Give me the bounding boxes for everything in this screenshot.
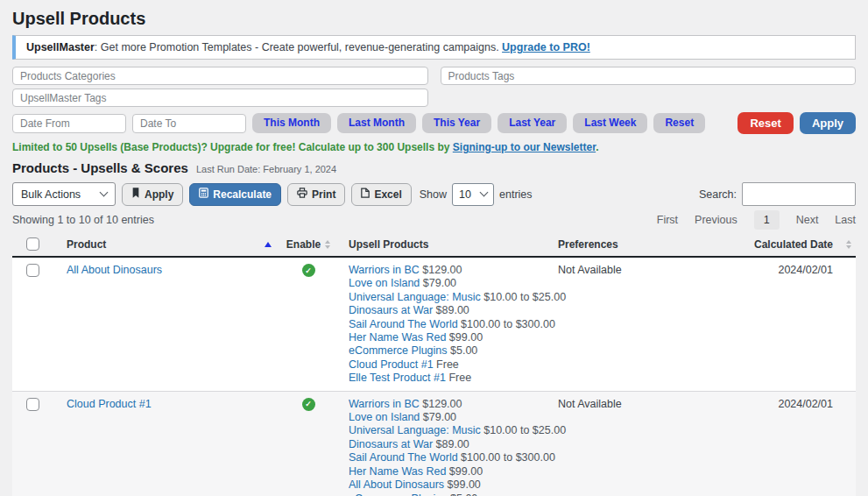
chevron-down-icon bbox=[480, 188, 489, 197]
upsell-price: $99.00 bbox=[449, 331, 483, 344]
upsell-product-link[interactable]: Universal Language: Music bbox=[349, 424, 481, 436]
upsell-product-link[interactable]: Her Name Was Red bbox=[349, 465, 446, 478]
header-enable-label: Enable bbox=[286, 238, 321, 251]
bulk-actions-value: Bulk Actions bbox=[21, 188, 81, 201]
upsell-product-link[interactable]: Sail Around The World bbox=[349, 318, 458, 330]
product-link[interactable]: Cloud Product #1 bbox=[67, 398, 152, 410]
upsell-price: $129.00 bbox=[422, 398, 462, 410]
upsell-item: Love on Island $79.00 bbox=[349, 411, 558, 424]
print-label: Print bbox=[312, 188, 335, 201]
pagination-previous[interactable]: Previous bbox=[695, 214, 737, 226]
upsell-product-link[interactable]: eCommerce Plugins bbox=[349, 344, 448, 357]
bulk-apply-button[interactable]: Apply bbox=[122, 183, 183, 206]
pagination-next[interactable]: Next bbox=[796, 214, 819, 226]
upsell-item: Sail Around The World $100.00 to $300.00 bbox=[349, 451, 558, 464]
upsell-price: $10.00 to $25.00 bbox=[483, 424, 566, 436]
upsell-price: $79.00 bbox=[423, 411, 456, 423]
products-categories-input[interactable] bbox=[12, 67, 428, 85]
printer-icon bbox=[297, 188, 307, 201]
page-size-select[interactable]: 10 bbox=[452, 183, 494, 206]
table-row: All About Dinosaurs✓Warriors in BC $129.… bbox=[12, 258, 856, 392]
search-group: Search: bbox=[699, 182, 856, 206]
bookmark-icon bbox=[131, 188, 140, 201]
upsell-product-link[interactable]: All About Dinosaurs bbox=[349, 478, 444, 491]
newsletter-signup-link[interactable]: Signing-up to our Newsletter bbox=[453, 141, 596, 153]
page-title: Upsell Products bbox=[12, 9, 856, 28]
header-calculated-date-label: Calculated Date bbox=[754, 238, 833, 251]
upsell-product-link[interactable]: Love on Island bbox=[349, 411, 420, 423]
upsell-item: All About Dinosaurs $99.00 bbox=[349, 478, 558, 492]
date-filter-row: This Month Last Month This Year Last Yea… bbox=[12, 112, 856, 134]
row-checkbox[interactable] bbox=[26, 264, 39, 277]
upsell-price: $79.00 bbox=[423, 277, 456, 289]
header-product[interactable]: Product bbox=[53, 238, 272, 251]
upgrade-to-pro-link[interactable]: Upgrade to PRO! bbox=[502, 41, 590, 53]
upsell-item: Universal Language: Music $10.00 to $25.… bbox=[349, 424, 558, 437]
recalculate-button[interactable]: Recalculate bbox=[189, 183, 281, 206]
file-icon bbox=[361, 188, 370, 201]
upsell-product-link[interactable]: eCommerce Plugins bbox=[349, 492, 448, 496]
reset-button[interactable]: Reset bbox=[737, 112, 793, 134]
sort-icon bbox=[846, 240, 851, 249]
print-button[interactable]: Print bbox=[287, 183, 345, 206]
this-year-button[interactable]: This Year bbox=[422, 113, 491, 133]
upsell-item: Universal Language: Music $10.00 to $25.… bbox=[349, 291, 558, 304]
upsell-product-link[interactable]: Love on Island bbox=[349, 277, 420, 289]
upsell-price: $10.00 to $25.00 bbox=[483, 291, 566, 303]
upsell-product-link[interactable]: Her Name Was Red bbox=[349, 331, 446, 344]
upsell-product-link[interactable]: Warriors in BC bbox=[349, 398, 420, 410]
product-link[interactable]: All About Dinosaurs bbox=[67, 264, 162, 276]
page-size-group: Show 10 entries bbox=[420, 183, 533, 206]
products-tags-input[interactable] bbox=[441, 67, 857, 85]
row-checkbox[interactable] bbox=[26, 398, 39, 411]
upsell-price: Free bbox=[448, 372, 471, 384]
upsell-product-link[interactable]: Dinosaurs at War bbox=[349, 438, 433, 450]
table-toolbar: Bulk Actions Apply Recalculate Print Exc… bbox=[12, 182, 856, 206]
section-title: Products - Upsells & Scores bbox=[12, 160, 188, 175]
date-reset-button[interactable]: Reset bbox=[653, 113, 705, 133]
select-all-checkbox[interactable] bbox=[26, 237, 39, 251]
upsell-item: Dinosaurs at War $89.00 bbox=[349, 304, 558, 317]
upsell-item: Cloud Product #1 Free bbox=[349, 358, 558, 372]
apply-filters-button[interactable]: Apply bbox=[800, 112, 856, 134]
limit-notice-suffix: . bbox=[596, 141, 598, 153]
upsell-item: Her Name Was Red $99.00 bbox=[349, 465, 558, 478]
upsell-product-link[interactable]: Sail Around The World bbox=[349, 451, 458, 464]
filter-grid-empty-cell bbox=[441, 89, 857, 107]
upsell-product-link[interactable]: Dinosaurs at War bbox=[349, 304, 433, 316]
calculator-icon bbox=[199, 188, 208, 201]
preferences-value: Not Available bbox=[558, 398, 694, 410]
upsell-product-link[interactable]: Cloud Product #1 bbox=[349, 358, 434, 371]
excel-export-button[interactable]: Excel bbox=[351, 183, 411, 206]
header-preferences: Preferences bbox=[558, 238, 694, 251]
search-input[interactable] bbox=[742, 182, 856, 206]
last-week-button[interactable]: Last Week bbox=[573, 113, 647, 133]
bulk-actions-select[interactable]: Bulk Actions bbox=[12, 182, 116, 206]
limit-notice: Limited to 50 Upsells (Base Products)? U… bbox=[12, 141, 856, 153]
pagination-first[interactable]: First bbox=[657, 214, 678, 226]
enabled-check-icon: ✓ bbox=[302, 264, 315, 277]
header-enable[interactable]: Enable bbox=[272, 238, 345, 251]
upsell-product-link[interactable]: Universal Language: Music bbox=[349, 291, 481, 303]
upsell-price: $5.00 bbox=[450, 344, 477, 357]
table-info-row: Showing 1 to 10 of 10 entries First Prev… bbox=[12, 210, 856, 230]
header-calculated-date[interactable]: Calculated Date bbox=[694, 238, 856, 251]
upsell-item: eCommerce Plugins $5.00 bbox=[349, 492, 558, 496]
upsellmaster-tags-input[interactable] bbox=[12, 89, 428, 107]
last-year-button[interactable]: Last Year bbox=[498, 113, 567, 133]
upsell-item: Warriors in BC $129.00 bbox=[349, 264, 558, 277]
pagination-page-1[interactable]: 1 bbox=[754, 210, 780, 230]
table-body: All About Dinosaurs✓Warriors in BC $129.… bbox=[12, 258, 856, 496]
upsell-product-link[interactable]: Warriors in BC bbox=[349, 264, 420, 276]
sort-ascending-icon bbox=[265, 242, 272, 247]
this-month-button[interactable]: This Month bbox=[252, 113, 331, 133]
date-from-input[interactable] bbox=[12, 114, 126, 133]
last-run-date: Last Run Date: February 1, 2024 bbox=[196, 164, 336, 174]
upsell-item: eCommerce Plugins $5.00 bbox=[349, 344, 558, 358]
search-label: Search: bbox=[699, 188, 737, 201]
date-to-input[interactable] bbox=[132, 114, 246, 133]
upsell-product-link[interactable]: Elle Test Product #1 bbox=[349, 372, 446, 384]
table-header-row: Product Enable Upsell Products Preferenc… bbox=[12, 233, 856, 258]
pagination-last[interactable]: Last bbox=[835, 214, 856, 226]
last-month-button[interactable]: Last Month bbox=[337, 113, 416, 133]
